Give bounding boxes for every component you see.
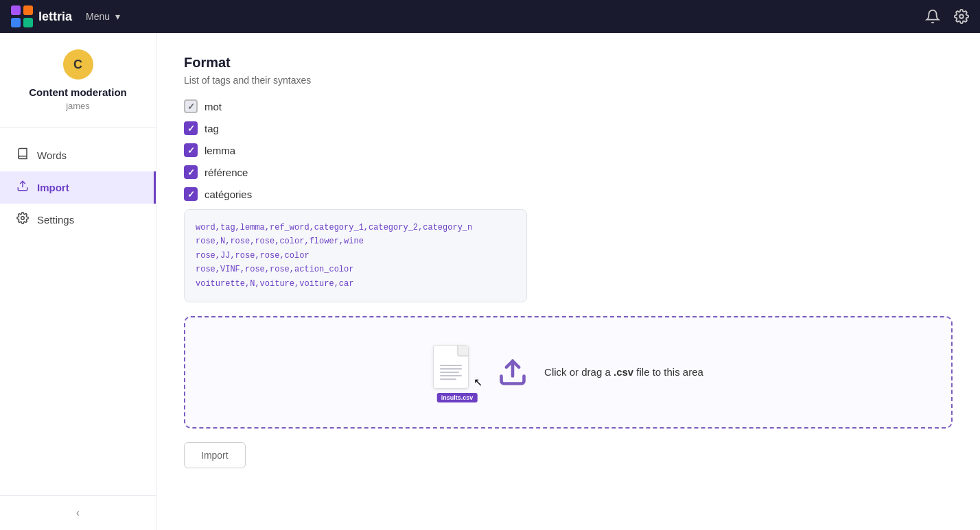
code-preview: word,tag,lemma,ref_word,category_1,categ… <box>184 209 527 302</box>
topnav-icons <box>925 9 969 24</box>
bell-icon <box>925 9 940 24</box>
gear-icon <box>954 9 969 24</box>
svg-rect-3 <box>23 18 33 27</box>
section-title: Format <box>184 55 953 71</box>
sidebar: C Content moderation james Words <box>0 33 156 530</box>
chevron-down-icon: ▾ <box>115 11 120 22</box>
menu-button[interactable]: Menu ▾ <box>86 11 120 22</box>
sidebar-item-import-label: Import <box>37 182 69 193</box>
checkbox-mot-label: mot <box>205 101 222 112</box>
checkbox-reference-label: référence <box>205 167 248 178</box>
checkbox-list: ✓ mot ✓ tag ✓ lemma <box>184 99 953 201</box>
sidebar-item-settings-label: Settings <box>37 214 74 226</box>
cursor-icon: ↖ <box>474 376 482 389</box>
checkbox-lemma-row: ✓ lemma <box>184 143 953 157</box>
svg-rect-0 <box>11 5 21 15</box>
sidebar-nav: Words Import <box>0 128 156 495</box>
username: james <box>66 101 90 111</box>
sidebar-item-import[interactable]: Import <box>0 171 156 204</box>
svg-rect-1 <box>23 5 33 15</box>
drop-text-prefix: Click or drag a <box>544 366 614 378</box>
svg-rect-2 <box>11 18 21 27</box>
code-line-4: rose,VINF,rose,rose,action_color <box>196 263 515 276</box>
logo-icon <box>11 5 33 27</box>
section-subtitle: List of tags and their syntaxes <box>184 75 953 86</box>
import-icon <box>16 180 29 195</box>
svg-point-4 <box>959 14 964 19</box>
code-line-3: rose,JJ,rose,rose,color <box>196 249 515 263</box>
checkbox-tag-row: ✓ tag <box>184 121 953 135</box>
code-line-5: voiturette,N,voiture,voiture,car <box>196 277 515 291</box>
notification-button[interactable] <box>925 9 940 24</box>
drop-zone-content: insults.csv ↖ Click or drag a .csv file … <box>433 345 703 400</box>
checkbox-tag[interactable]: ✓ <box>184 121 198 135</box>
drop-text-highlight: .csv <box>614 366 633 378</box>
checkbox-mot-row: ✓ mot <box>184 99 953 113</box>
avatar: C <box>63 49 93 80</box>
book-icon <box>16 147 29 163</box>
import-button[interactable]: Import <box>184 442 246 468</box>
settings-nav-icon <box>16 212 29 228</box>
drop-text-suffix: file to this area <box>633 366 703 378</box>
checkbox-categories-row: ✓ catégories <box>184 187 953 201</box>
code-line-2: rose,N,rose,rose,color,flower,wine <box>196 234 515 248</box>
svg-point-6 <box>21 217 25 220</box>
csv-file-icon: insults.csv ↖ <box>433 345 481 400</box>
checkbox-reference[interactable]: ✓ <box>184 165 198 179</box>
upload-icon-area <box>498 357 528 387</box>
logo: lettria <box>11 5 72 27</box>
topnav: lettria Menu ▾ <box>0 0 980 33</box>
sidebar-item-words-label: Words <box>37 149 67 161</box>
checkbox-categories[interactable]: ✓ <box>184 187 198 201</box>
checkbox-reference-row: ✓ référence <box>184 165 953 179</box>
content-area: Format List of tags and their syntaxes ✓… <box>156 33 980 530</box>
settings-button[interactable] <box>954 9 969 24</box>
drop-zone[interactable]: insults.csv ↖ Click or drag a .csv file … <box>184 316 953 429</box>
format-section: Format List of tags and their syntaxes ✓… <box>184 55 953 468</box>
csv-badge: insults.csv <box>437 393 478 402</box>
upload-icon <box>498 357 528 387</box>
sidebar-item-settings[interactable]: Settings <box>0 204 156 236</box>
code-line-1: word,tag,lemma,ref_word,category_1,categ… <box>196 221 515 234</box>
sidebar-collapse-button[interactable]: ‹ <box>0 495 156 530</box>
chevron-left-icon: ‹ <box>76 507 80 519</box>
checkbox-tag-label: tag <box>205 123 219 134</box>
sidebar-profile: C Content moderation james <box>0 49 156 128</box>
sidebar-item-words[interactable]: Words <box>0 139 156 171</box>
checkbox-categories-label: catégories <box>205 189 252 200</box>
drop-text: Click or drag a .csv file to this area <box>544 366 703 378</box>
checkbox-lemma[interactable]: ✓ <box>184 143 198 157</box>
checkbox-mot[interactable]: ✓ <box>184 99 198 113</box>
checkbox-lemma-label: lemma <box>205 145 235 156</box>
project-name: Content moderation <box>29 86 127 98</box>
logo-text: lettria <box>38 10 72 24</box>
